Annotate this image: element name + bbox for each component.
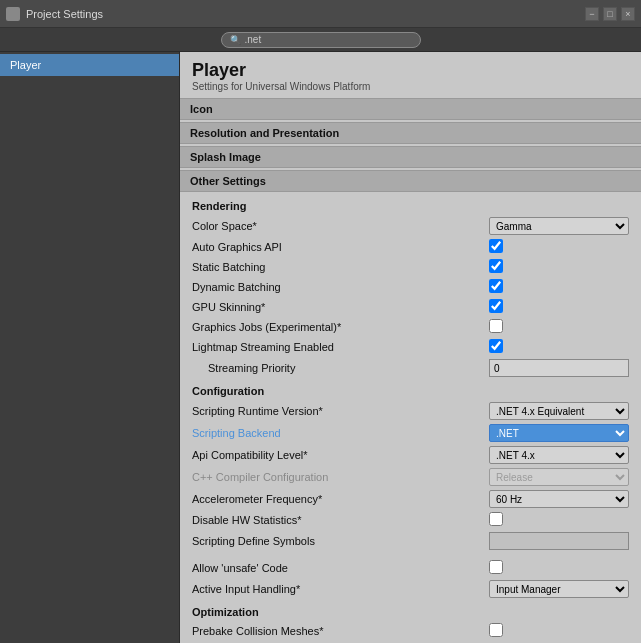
- checkbox-lightmap-streaming[interactable]: [489, 339, 503, 353]
- label-streaming-priority: Streaming Priority: [192, 362, 489, 374]
- input-streaming-priority[interactable]: [489, 359, 629, 377]
- content-area[interactable]: Player Settings for Universal Windows Pl…: [180, 52, 641, 643]
- select-api-compat[interactable]: .NET 4.x .NET 2.0: [489, 446, 629, 464]
- row-accelerometer: Accelerometer Frequency* 60 Hz 30 Hz 15 …: [192, 488, 629, 510]
- section-icon[interactable]: Icon: [180, 98, 641, 120]
- select-active-input[interactable]: Input Manager Input System (Preview) Bot…: [489, 580, 629, 598]
- search-input-wrapper: 🔍: [221, 32, 421, 48]
- row-streaming-priority: Streaming Priority: [192, 357, 629, 379]
- select-accelerometer[interactable]: 60 Hz 30 Hz 15 Hz 0 Hz: [489, 490, 629, 508]
- row-color-space: Color Space* Gamma Linear: [192, 215, 629, 237]
- label-api-compat: Api Compatibility Level*: [192, 449, 489, 461]
- section-other-settings[interactable]: Other Settings: [180, 170, 641, 192]
- configuration-title: Configuration: [192, 379, 629, 400]
- rendering-section: Rendering Color Space* Gamma Linear Auto…: [180, 194, 641, 379]
- label-auto-graphics: Auto Graphics API: [192, 241, 489, 253]
- label-gpu-skinning: GPU Skinning*: [192, 301, 489, 313]
- value-active-input: Input Manager Input System (Preview) Bot…: [489, 580, 629, 598]
- rendering-title: Rendering: [192, 194, 629, 215]
- checkbox-allow-unsafe[interactable]: [489, 560, 503, 574]
- row-lightmap-streaming: Lightmap Streaming Enabled: [192, 337, 629, 357]
- value-disable-hw-stats: [489, 512, 629, 528]
- label-allow-unsafe: Allow 'unsafe' Code: [192, 562, 489, 574]
- value-scripting-backend: .NET IL2CPP: [489, 424, 629, 442]
- content-header: Player Settings for Universal Windows Pl…: [180, 52, 641, 96]
- row-scripting-backend: Scripting Backend .NET IL2CPP: [192, 422, 629, 444]
- value-scripting-runtime: .NET 4.x Equivalent .NET 3.5 Equivalent: [489, 402, 629, 420]
- section-resolution[interactable]: Resolution and Presentation: [180, 122, 641, 144]
- search-bar: 🔍: [0, 28, 641, 52]
- label-disable-hw-stats: Disable HW Statistics*: [192, 514, 489, 526]
- maximize-button[interactable]: □: [603, 7, 617, 21]
- label-scripting-define: Scripting Define Symbols: [192, 535, 489, 547]
- row-scripting-runtime: Scripting Runtime Version* .NET 4.x Equi…: [192, 400, 629, 422]
- page-subtitle: Settings for Universal Windows Platform: [192, 81, 629, 92]
- row-scripting-define: Scripting Define Symbols: [192, 530, 629, 552]
- label-active-input: Active Input Handling*: [192, 583, 489, 595]
- value-gpu-skinning: [489, 299, 629, 315]
- label-lightmap-streaming: Lightmap Streaming Enabled: [192, 341, 489, 353]
- row-api-compat: Api Compatibility Level* .NET 4.x .NET 2…: [192, 444, 629, 466]
- value-streaming-priority: [489, 359, 629, 377]
- value-auto-graphics: [489, 239, 629, 255]
- title-bar-controls: − □ ×: [585, 7, 635, 21]
- value-allow-unsafe: [489, 560, 629, 576]
- row-disable-hw-stats: Disable HW Statistics*: [192, 510, 629, 530]
- page-title: Player: [192, 60, 629, 81]
- row-graphics-jobs: Graphics Jobs (Experimental)*: [192, 317, 629, 337]
- checkbox-prebake-collision[interactable]: [489, 623, 503, 637]
- row-auto-graphics: Auto Graphics API: [192, 237, 629, 257]
- select-color-space[interactable]: Gamma Linear: [489, 217, 629, 235]
- label-scripting-runtime: Scripting Runtime Version*: [192, 405, 489, 417]
- checkbox-gpu-skinning[interactable]: [489, 299, 503, 313]
- sidebar-item-player[interactable]: Player: [0, 54, 179, 76]
- label-prebake-collision: Prebake Collision Meshes*: [192, 625, 489, 637]
- label-static-batching: Static Batching: [192, 261, 489, 273]
- value-prebake-collision: [489, 623, 629, 639]
- label-cpp-compiler: C++ Compiler Configuration: [192, 471, 489, 483]
- minimize-button[interactable]: −: [585, 7, 599, 21]
- title-bar-text: Project Settings: [26, 8, 103, 20]
- value-dynamic-batching: [489, 279, 629, 295]
- label-dynamic-batching: Dynamic Batching: [192, 281, 489, 293]
- search-input[interactable]: [245, 34, 412, 45]
- value-api-compat: .NET 4.x .NET 2.0: [489, 446, 629, 464]
- value-graphics-jobs: [489, 319, 629, 335]
- search-icon: 🔍: [230, 35, 241, 45]
- row-cpp-compiler: C++ Compiler Configuration Release Debug…: [192, 466, 629, 488]
- checkbox-static-batching[interactable]: [489, 259, 503, 273]
- value-color-space: Gamma Linear: [489, 217, 629, 235]
- label-color-space: Color Space*: [192, 220, 489, 232]
- main-layout: Player Player Settings for Universal Win…: [0, 52, 641, 643]
- title-bar: Project Settings − □ ×: [0, 0, 641, 28]
- value-accelerometer: 60 Hz 30 Hz 15 Hz 0 Hz: [489, 490, 629, 508]
- label-accelerometer: Accelerometer Frequency*: [192, 493, 489, 505]
- value-cpp-compiler: Release Debug Master: [489, 468, 629, 486]
- value-static-batching: [489, 259, 629, 275]
- value-lightmap-streaming: [489, 339, 629, 355]
- select-cpp-compiler[interactable]: Release Debug Master: [489, 468, 629, 486]
- code-settings-section: Allow 'unsafe' Code Active Input Handlin…: [180, 558, 641, 600]
- row-static-batching: Static Batching: [192, 257, 629, 277]
- configuration-section: Configuration Scripting Runtime Version*…: [180, 379, 641, 552]
- select-scripting-backend[interactable]: .NET IL2CPP: [489, 424, 629, 442]
- select-scripting-runtime[interactable]: .NET 4.x Equivalent .NET 3.5 Equivalent: [489, 402, 629, 420]
- checkbox-graphics-jobs[interactable]: [489, 319, 503, 333]
- optimization-section: Optimization Prebake Collision Meshes* K…: [180, 600, 641, 643]
- close-button[interactable]: ×: [621, 7, 635, 21]
- label-graphics-jobs: Graphics Jobs (Experimental)*: [192, 321, 489, 333]
- section-splash[interactable]: Splash Image: [180, 146, 641, 168]
- sidebar: Player: [0, 52, 180, 643]
- input-scripting-define[interactable]: [489, 532, 629, 550]
- value-scripting-define: [489, 532, 629, 550]
- row-gpu-skinning: GPU Skinning*: [192, 297, 629, 317]
- checkbox-auto-graphics[interactable]: [489, 239, 503, 253]
- row-prebake-collision: Prebake Collision Meshes*: [192, 621, 629, 641]
- row-allow-unsafe: Allow 'unsafe' Code: [192, 558, 629, 578]
- row-dynamic-batching: Dynamic Batching: [192, 277, 629, 297]
- checkbox-disable-hw-stats[interactable]: [489, 512, 503, 526]
- label-scripting-backend: Scripting Backend: [192, 427, 489, 439]
- checkbox-dynamic-batching[interactable]: [489, 279, 503, 293]
- app-icon: [6, 7, 20, 21]
- optimization-title: Optimization: [192, 600, 629, 621]
